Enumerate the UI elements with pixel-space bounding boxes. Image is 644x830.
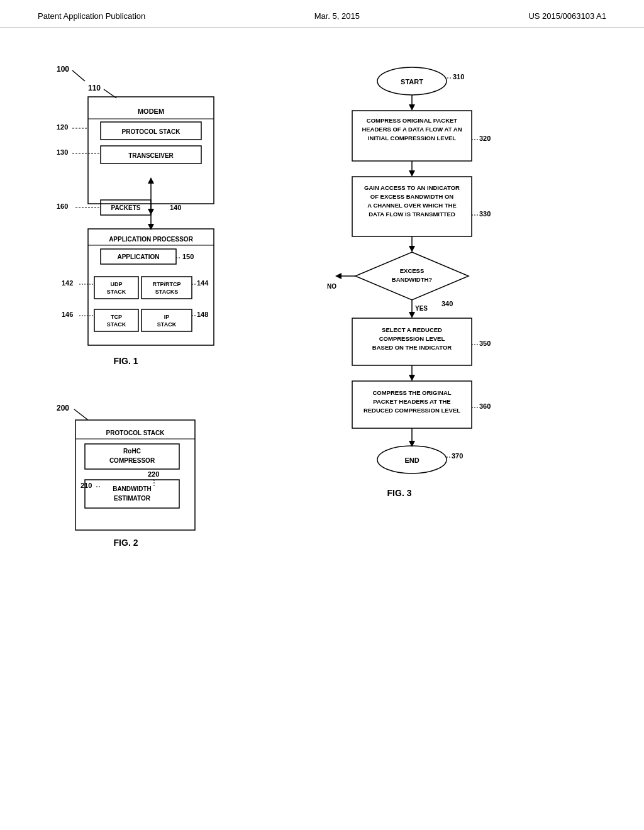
arrow-350-down-head xyxy=(409,375,415,381)
header-center: Mar. 5, 2015 xyxy=(314,11,360,21)
ref310-label: 310 xyxy=(453,73,464,80)
ref140-label: 140 xyxy=(170,204,181,211)
arrow-320-down-head xyxy=(409,170,415,177)
rohc-label2: COMPRESSOR xyxy=(109,457,155,464)
ref210-label: 210 xyxy=(80,482,92,489)
ref340-label: 340 xyxy=(441,300,453,307)
ref320-label: 320 xyxy=(479,135,491,142)
page-header: Patent Application Publication Mar. 5, 2… xyxy=(0,0,644,28)
fig1-label: FIG. 1 xyxy=(114,356,138,366)
diamond340-line1: EXCESS xyxy=(400,267,425,274)
step360-line1: COMPRESS THE ORIGINAL xyxy=(372,389,451,396)
rohc-label1: RoHC xyxy=(123,448,141,455)
ref100-line xyxy=(72,70,85,81)
step350-line2: COMPRESSION LEVEL xyxy=(379,335,445,342)
rtp-stacks-label2: STACKS xyxy=(155,289,178,295)
step330-line1: GAIN ACCESS TO AN INDICATOR xyxy=(364,184,460,191)
yes-label: YES xyxy=(415,305,428,312)
yes-arrow-down-head xyxy=(409,312,415,318)
fig2-diagram: 200 PROTOCOL STACK RoHC COMPRESSOR 210 2… xyxy=(38,389,277,567)
ip-stack-box xyxy=(142,309,192,331)
app-processor-outer-box xyxy=(88,229,214,345)
ref100-label: 100 xyxy=(57,65,69,74)
no-arrow-head xyxy=(335,273,341,279)
ip-stack-label1: IP xyxy=(164,314,170,320)
end-label: END xyxy=(404,456,419,464)
fig3-svg: START 310 COMPRESS ORIGINAL PACKET HEADE… xyxy=(302,47,541,738)
step330-line3: A CHANNEL OVER WHICH THE xyxy=(367,202,456,209)
step320-line1: COMPRESS ORIGINAL PACKET xyxy=(367,117,457,124)
ref146-label: 146 xyxy=(62,311,73,318)
ref130-label: 130 xyxy=(57,148,68,156)
modem-label: MODEM xyxy=(138,108,164,115)
fig2-protocol-stack-label: PROTOCOL STACK xyxy=(106,429,165,436)
fig2-protocol-stack-outer xyxy=(75,420,195,530)
ref330-label: 330 xyxy=(479,210,491,218)
ref200-label: 200 xyxy=(57,404,69,412)
fig1-diagram: 100 110 MODEM 120 PROTOCOL STACK 130 xyxy=(38,47,277,389)
step330-line2: OF EXCESS BANDWIDTH ON xyxy=(370,193,454,200)
diamond340-line2: BANDWIDTH? xyxy=(392,276,433,283)
ref142-label: 142 xyxy=(62,279,73,287)
ref350-label: 350 xyxy=(479,340,491,347)
ref200-line xyxy=(74,409,88,420)
ref144-label: 144 xyxy=(197,279,209,287)
udp-stack-label2: STACK xyxy=(107,289,126,295)
packets-label: PACKETS xyxy=(111,204,140,211)
ip-stack-label2: STACK xyxy=(157,321,177,328)
fig2-svg: 200 PROTOCOL STACK RoHC COMPRESSOR 210 2… xyxy=(38,389,252,565)
rtp-stacks-box xyxy=(142,277,192,299)
step330-line4: DATA FLOW IS TRANSMITTED xyxy=(369,211,455,218)
ref148-label: 148 xyxy=(197,311,208,318)
step350-line1: SELECT A REDUCED xyxy=(382,326,442,333)
ref120-label: 120 xyxy=(57,123,68,131)
udp-stack-box xyxy=(94,277,138,299)
step320-line2: HEADERS OF A DATA FLOW AT AN xyxy=(362,126,462,133)
application-label: APPLICATION xyxy=(117,253,159,260)
ref360-label: 360 xyxy=(479,402,491,410)
fig1-svg: 100 110 MODEM 120 PROTOCOL STACK 130 xyxy=(38,47,252,386)
step350-line3: BASED ON THE INDICATOR xyxy=(372,344,452,351)
ref220-label: 220 xyxy=(148,470,159,478)
arrow-modem-up-head xyxy=(148,177,154,184)
bandwidth-estimator-box xyxy=(85,480,179,508)
ref110-label: 110 xyxy=(88,84,101,92)
step320-line3: INITIAL COMPRESSION LEVEL xyxy=(368,135,456,141)
tcp-stack-box xyxy=(94,309,138,331)
ref150-label: 150 xyxy=(182,253,194,260)
bandwidth-label1: BANDWIDTH xyxy=(113,485,152,492)
app-processor-label: APPLICATION PROCESSOR xyxy=(109,236,193,243)
transceiver-label: TRANSCEIVER xyxy=(128,152,174,159)
header-left: Patent Application Publication xyxy=(38,11,145,21)
left-column: 100 110 MODEM 120 PROTOCOL STACK 130 xyxy=(38,47,277,741)
header-right: US 2015/0063103 A1 xyxy=(528,11,606,21)
rtp-stacks-label1: RTP/RTCP xyxy=(153,281,181,287)
main-content: 100 110 MODEM 120 PROTOCOL STACK 130 xyxy=(0,28,644,760)
ref160-label: 160 xyxy=(57,202,68,210)
arrow-330-down-head xyxy=(409,246,415,252)
right-column: START 310 COMPRESS ORIGINAL PACKET HEADE… xyxy=(302,47,606,741)
tcp-stack-label2: STACK xyxy=(107,321,126,328)
fig3-label: FIG. 3 xyxy=(387,488,412,498)
udp-stack-label1: UDP xyxy=(110,281,122,287)
fig2-label: FIG. 2 xyxy=(114,538,138,548)
no-label: NO xyxy=(327,283,336,290)
tcp-stack-label1: TCP xyxy=(111,314,122,320)
protocol-stack-label: PROTOCOL STACK xyxy=(122,128,181,135)
step360-line3: REDUCED COMPRESSION LEVEL xyxy=(364,407,460,414)
ref370-label: 370 xyxy=(452,452,463,460)
start-label: START xyxy=(401,78,423,86)
arrow-start-down-head xyxy=(409,104,415,111)
step360-line2: PACKET HEADERS AT THE xyxy=(373,398,450,405)
bandwidth-label2: ESTIMATOR xyxy=(114,495,151,502)
